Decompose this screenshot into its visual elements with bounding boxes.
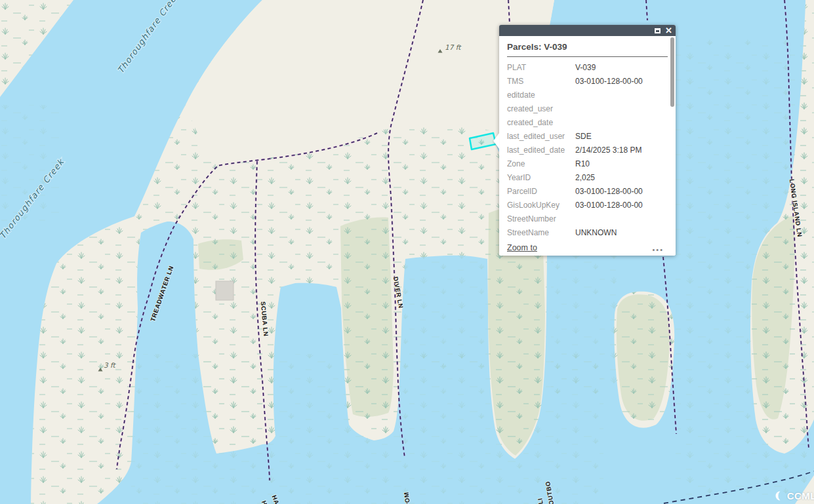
field-value: V-039 <box>575 63 596 72</box>
field-label: StreetName <box>507 228 575 237</box>
crescent-logo-icon <box>775 491 785 501</box>
popup-footer: Zoom to ••• <box>499 240 676 256</box>
field-label: created_user <box>507 104 575 113</box>
maximize-icon[interactable] <box>655 28 661 33</box>
zoom-to-link[interactable]: Zoom to <box>507 243 537 252</box>
table-row: PLAT V-039 <box>507 60 666 74</box>
attribute-table: PLAT V-039 TMS 03-0100-128-00-00 editdat… <box>507 60 666 241</box>
watermark-text: CCML <box>787 490 814 501</box>
popup-parcel-info: ✕ Parcels: V-039 PLAT V-039 TMS 03-0100-… <box>499 25 676 256</box>
field-label: TMS <box>507 77 575 86</box>
table-row: TMS 03-0100-128-00-00 <box>507 74 666 88</box>
close-icon[interactable]: ✕ <box>665 26 672 35</box>
table-row: YearID 2,025 <box>507 170 666 184</box>
field-label: editdate <box>507 90 575 100</box>
table-row: Zone R10 <box>507 157 666 170</box>
table-row: ParcelID 03-0100-128-00-00 <box>507 184 666 198</box>
field-value: 03-0100-128-00-00 <box>575 187 643 196</box>
field-label: created_date <box>507 118 575 127</box>
table-row: last_edited_date 2/14/2025 3:18 PM <box>507 143 666 157</box>
map-canvas[interactable]: Thoroughfare Creek Thoroughfare Creek TR… <box>0 0 814 504</box>
field-label: last_edited_user <box>507 132 575 141</box>
field-label: StreetNumber <box>507 214 575 223</box>
table-row: StreetNumber <box>507 212 666 225</box>
more-options-icon[interactable]: ••• <box>652 246 664 254</box>
field-value: R10 <box>575 159 590 168</box>
building-footprint <box>216 281 234 300</box>
field-label: YearID <box>507 173 575 182</box>
table-row: GisLookUpKey 03-0100-128-00-00 <box>507 198 666 212</box>
popup-pointer <box>493 133 499 149</box>
field-value: 2,025 <box>575 173 595 182</box>
popup-divider <box>507 56 668 57</box>
field-value: UNKNOWN <box>575 228 617 237</box>
gis-map-viewer: Thoroughfare Creek Thoroughfare Creek TR… <box>0 0 814 504</box>
field-value: 03-0100-128-00-00 <box>575 77 643 86</box>
table-row: created_user <box>507 102 666 115</box>
spot-elevation-3ft: 3 ft <box>104 361 117 369</box>
popup-body: Parcels: V-039 PLAT V-039 TMS 03-0100-12… <box>499 36 676 256</box>
field-value: 2/14/2025 3:18 PM <box>575 145 641 155</box>
field-label: ParcelID <box>507 187 575 196</box>
ccml-watermark: CCML <box>775 490 814 501</box>
field-label: GisLookUpKey <box>507 201 575 210</box>
field-label: Zone <box>507 159 575 168</box>
table-row: StreetName UNKNOWN <box>507 225 666 239</box>
table-row: last_edited_user SDE <box>507 129 666 143</box>
popup-scrollbar[interactable] <box>670 37 674 107</box>
field-value: SDE <box>575 132 592 141</box>
table-row: editdate <box>507 88 666 102</box>
popup-title: Parcels: V-039 <box>507 42 668 52</box>
popup-titlebar[interactable]: ✕ <box>499 25 676 36</box>
field-value: 03-0100-128-00-00 <box>575 201 643 210</box>
field-label: last_edited_date <box>507 145 575 155</box>
spot-elevation-17ft: 17 ft <box>445 43 462 51</box>
field-label: PLAT <box>507 63 575 72</box>
table-row: created_date <box>507 115 666 129</box>
